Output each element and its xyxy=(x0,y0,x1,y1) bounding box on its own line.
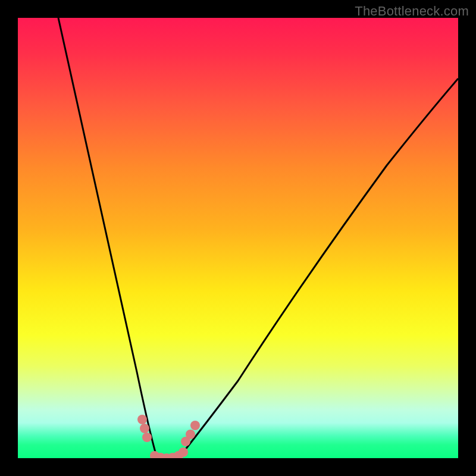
svg-point-11 xyxy=(190,421,200,430)
watermark: TheBottleneck.com xyxy=(355,4,469,19)
plot-area xyxy=(18,18,458,458)
chart-frame: TheBottleneck.com xyxy=(0,0,476,476)
svg-point-8 xyxy=(178,447,188,457)
svg-point-10 xyxy=(186,430,195,439)
curve-svg xyxy=(18,18,458,458)
curve-left-arm xyxy=(58,18,157,458)
svg-point-2 xyxy=(142,433,152,442)
markers-bottom xyxy=(150,447,188,458)
curve-right-arm xyxy=(178,79,458,458)
svg-point-0 xyxy=(137,415,147,424)
svg-point-1 xyxy=(140,424,149,433)
